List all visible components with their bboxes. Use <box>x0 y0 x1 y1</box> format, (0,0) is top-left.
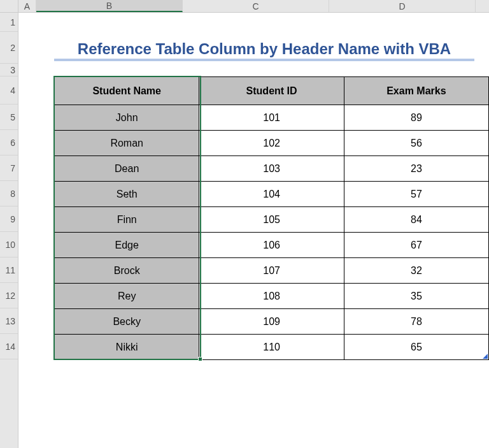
title-underline <box>54 59 474 61</box>
page-title: Reference Table Column by Header Name wi… <box>78 40 451 58</box>
row-header-14[interactable]: 14 <box>0 334 18 359</box>
table-cell[interactable]: 110 <box>199 335 344 360</box>
table-cell[interactable]: 67 <box>344 233 488 258</box>
content-area: A B C D Reference Table Column by Header… <box>18 0 489 448</box>
header-student-name[interactable]: Student Name <box>55 77 199 105</box>
row-header-9[interactable]: 9 <box>0 206 18 232</box>
table-cell[interactable]: Dean <box>55 156 199 182</box>
row-header-2[interactable]: 2 <box>0 32 18 64</box>
table-cell[interactable]: 89 <box>344 105 488 131</box>
row-header-1[interactable]: 1 <box>0 13 18 32</box>
col-header-B[interactable]: B <box>36 0 183 12</box>
table-cell[interactable]: 35 <box>344 284 488 309</box>
row-header-5[interactable]: 5 <box>0 105 18 130</box>
table-cell[interactable]: 104 <box>199 182 344 207</box>
row-header-10[interactable]: 10 <box>0 232 18 257</box>
table-row: Finn10584 <box>55 207 489 233</box>
select-all-corner[interactable] <box>0 0 18 13</box>
table-row: Nikki11065 <box>55 335 489 360</box>
row-header-6[interactable]: 6 <box>0 130 18 155</box>
row-header-8[interactable]: 8 <box>0 181 18 206</box>
table-cell[interactable]: 84 <box>344 207 488 233</box>
table-cell[interactable]: Seth <box>55 182 199 207</box>
table-cell[interactable]: Brock <box>55 258 199 284</box>
row-headers: 1 2 3 4 5 6 7 8 9 10 11 12 13 14 <box>0 0 18 448</box>
table-cell[interactable]: 109 <box>199 309 344 335</box>
table-header-row: Student Name Student ID Exam Marks <box>55 77 489 105</box>
annotation-text: column is selected <box>141 0 225 1</box>
row-header-12[interactable]: 12 <box>0 283 18 308</box>
table-cell[interactable]: 103 <box>199 156 344 182</box>
title-area: Reference Table Column by Header Name wi… <box>54 33 474 65</box>
spreadsheet-grid: 1 2 3 4 5 6 7 8 9 10 11 12 13 14 A B C D… <box>0 0 489 448</box>
table-cell[interactable]: 32 <box>344 258 488 284</box>
row-header-11[interactable]: 11 <box>0 257 18 283</box>
table-cell[interactable]: 56 <box>344 131 488 156</box>
row-header-3[interactable]: 3 <box>0 64 18 76</box>
table-cell[interactable]: 107 <box>199 258 344 284</box>
table-cell[interactable]: 106 <box>199 233 344 258</box>
table-cell[interactable]: 57 <box>344 182 488 207</box>
table-cell[interactable]: 101 <box>199 105 344 131</box>
table-cell[interactable]: Rey <box>55 284 199 309</box>
header-exam-marks[interactable]: Exam Marks <box>344 77 488 105</box>
table-cell[interactable]: 108 <box>199 284 344 309</box>
header-student-id[interactable]: Student ID <box>199 77 344 105</box>
table-cell[interactable]: 23 <box>344 156 488 182</box>
table-row: John10189 <box>55 105 489 131</box>
table-cell[interactable]: 105 <box>199 207 344 233</box>
table-row: Roman10256 <box>55 131 489 156</box>
table-cell[interactable]: Becky <box>55 309 199 335</box>
table-cell[interactable]: Roman <box>55 131 199 156</box>
data-table: Student Name Student ID Exam Marks John1… <box>54 76 489 360</box>
col-header-A[interactable]: A <box>18 0 36 12</box>
table-cell[interactable]: Edge <box>55 233 199 258</box>
table-row: Becky10978 <box>55 309 489 335</box>
table-cell[interactable]: Nikki <box>55 335 199 360</box>
table-row: Dean10323 <box>55 156 489 182</box>
row-header-13[interactable]: 13 <box>0 308 18 334</box>
table-row: Seth10457 <box>55 182 489 207</box>
table-row: Brock10732 <box>55 258 489 284</box>
column-headers: A B C D <box>18 0 489 13</box>
annotation: column is selected <box>127 0 225 1</box>
table-cell[interactable]: Finn <box>55 207 199 233</box>
table-resize-handle[interactable] <box>483 354 488 359</box>
row-header-4[interactable]: 4 <box>0 76 18 105</box>
row-header-7[interactable]: 7 <box>0 155 18 181</box>
table-cell[interactable]: John <box>55 105 199 131</box>
col-header-C[interactable]: C <box>183 0 329 12</box>
table-cell[interactable]: 65 <box>344 335 488 360</box>
table-cell[interactable]: 102 <box>199 131 344 156</box>
table-row: Edge10667 <box>55 233 489 258</box>
table-cell[interactable]: 78 <box>344 309 488 335</box>
table-row: Rey10835 <box>55 284 489 309</box>
col-header-D[interactable]: D <box>329 0 476 12</box>
